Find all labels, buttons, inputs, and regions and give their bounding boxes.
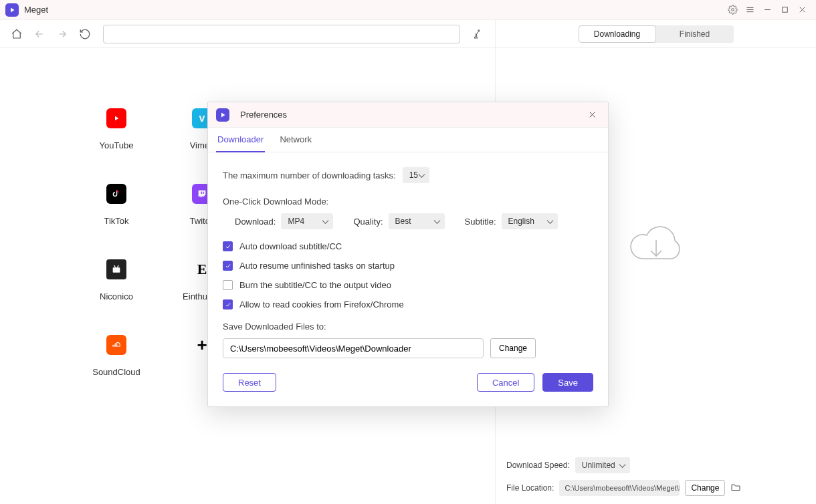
- site-label: SoundCloud: [92, 367, 140, 377]
- checkbox-auto-resume-label: Auto resume unfinished tasks on startup: [239, 261, 395, 271]
- max-tasks-label: The maximum number of downloading tasks:: [223, 170, 396, 180]
- file-location-label: File Location:: [506, 483, 554, 493]
- cancel-button[interactable]: Cancel: [477, 373, 534, 392]
- subtitle-lang-select[interactable]: English: [502, 213, 558, 229]
- download-format-select[interactable]: MP4: [281, 213, 333, 229]
- app-title: Meget: [24, 5, 48, 15]
- download-speed-select[interactable]: Unlimited: [575, 457, 630, 473]
- site-tiktok[interactable]: TikTok: [74, 184, 159, 226]
- tab-downloader[interactable]: Downloader: [216, 128, 265, 152]
- forward-button[interactable]: [52, 24, 72, 44]
- tab-network[interactable]: Network: [278, 128, 313, 152]
- checkbox-burn-subtitle[interactable]: [223, 280, 233, 290]
- save-path-input[interactable]: [223, 338, 484, 358]
- preferences-dialog: Preferences Downloader Network The maxim…: [207, 102, 609, 407]
- back-button[interactable]: [29, 24, 49, 44]
- niconico-icon: [106, 259, 126, 279]
- tab-downloading[interactable]: Downloading: [579, 25, 656, 43]
- max-tasks-select[interactable]: 15: [403, 167, 429, 183]
- one-click-label: One-Click Download Mode:: [223, 197, 593, 207]
- quality-select[interactable]: Best: [389, 213, 445, 229]
- right-tabs: Downloading Finished: [495, 20, 816, 47]
- soundcloud-icon: [106, 335, 126, 355]
- tiktok-icon: [106, 184, 126, 204]
- site-label: TikTok: [104, 216, 128, 226]
- save-button[interactable]: Save: [542, 373, 593, 392]
- reset-button[interactable]: Reset: [223, 373, 276, 392]
- site-niconico[interactable]: Niconico: [74, 259, 159, 301]
- titlebar: Meget: [0, 0, 816, 20]
- svg-rect-10: [113, 267, 120, 272]
- checkbox-read-cookies-label: Allow to read cookies from Firefox/Chrom…: [239, 299, 404, 309]
- maximize-button[interactable]: [776, 1, 793, 19]
- menu-icon[interactable]: [741, 1, 758, 19]
- close-button[interactable]: [793, 1, 811, 19]
- open-folder-icon[interactable]: [730, 482, 741, 495]
- svg-point-0: [731, 9, 734, 11]
- checkbox-auto-resume[interactable]: [223, 261, 233, 271]
- home-button[interactable]: [7, 24, 27, 44]
- minimize-button[interactable]: [758, 1, 776, 19]
- cloud-download-icon: [623, 219, 690, 274]
- checkbox-read-cookies[interactable]: [223, 299, 233, 309]
- download-format-label: Download:: [235, 217, 276, 227]
- download-speed-label: Download Speed:: [506, 461, 570, 470]
- checkbox-auto-subtitle[interactable]: [223, 241, 233, 251]
- site-soundcloud[interactable]: SoundCloud: [74, 335, 159, 377]
- site-label: YouTube: [99, 140, 133, 150]
- app-logo-small: [216, 108, 229, 122]
- toolbar: Downloading Finished: [0, 20, 816, 48]
- paste-url-icon[interactable]: [468, 24, 488, 44]
- app-logo: [5, 3, 19, 17]
- site-youtube[interactable]: YouTube: [74, 108, 159, 150]
- dialog-title: Preferences: [240, 110, 287, 120]
- svg-rect-5: [782, 7, 787, 13]
- svg-rect-8: [201, 192, 202, 194]
- file-location-value: C:\Users\mobeesoft\Videos\Meget\Dow: [559, 480, 680, 496]
- youtube-icon: [106, 108, 126, 128]
- dialog-close-button[interactable]: [584, 107, 600, 123]
- checkbox-burn-subtitle-label: Burn the subtitle/CC to the output video: [239, 280, 391, 290]
- url-input[interactable]: [103, 25, 460, 43]
- settings-icon[interactable]: [724, 1, 741, 19]
- quality-label: Quality:: [353, 217, 383, 227]
- save-to-label: Save Downloaded Files to:: [223, 322, 593, 332]
- svg-rect-9: [203, 192, 203, 194]
- site-label: Niconico: [100, 291, 133, 301]
- file-location-change-button[interactable]: Change: [685, 480, 725, 496]
- checkbox-auto-subtitle-label: Auto download subtitle/CC: [239, 241, 342, 251]
- save-path-change-button[interactable]: Change: [490, 338, 536, 358]
- subtitle-lang-label: Subtitle:: [465, 217, 496, 227]
- tab-finished[interactable]: Finished: [656, 25, 734, 43]
- reload-button[interactable]: [75, 24, 95, 44]
